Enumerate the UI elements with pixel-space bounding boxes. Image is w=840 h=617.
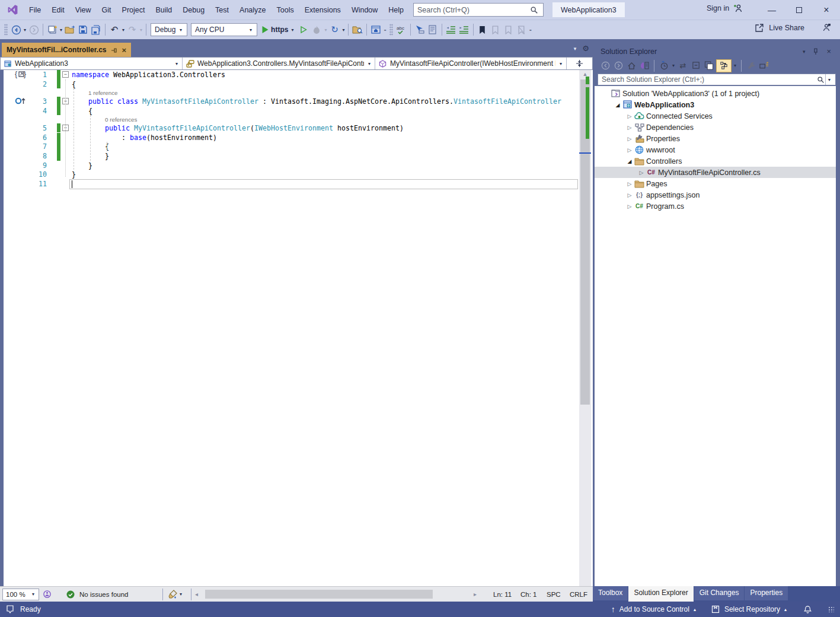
expand-arrow-icon[interactable]: ▷ <box>626 136 633 142</box>
show-all-files-button[interactable] <box>703 59 715 72</box>
sync-with-active-document-button[interactable]: ⇄ <box>677 59 689 72</box>
solution-explorer-header[interactable]: Solution Explorer ▾ × <box>595 45 836 58</box>
restart-dropdown[interactable]: ▾ <box>341 27 346 33</box>
fold-collapse-box[interactable]: − <box>62 71 69 78</box>
find-in-files-button[interactable] <box>351 23 364 37</box>
hscroll-left-icon[interactable]: ◂ <box>195 589 198 599</box>
se-home-button[interactable] <box>625 59 637 72</box>
open-file-button[interactable] <box>63 23 76 37</box>
active-files-dropdown-icon[interactable]: ▾ <box>574 46 577 52</box>
menu-window[interactable]: Window <box>346 4 383 16</box>
tree-item-webapplication3[interactable]: ◢WebApplication3 <box>595 99 836 110</box>
menu-debug[interactable]: Debug <box>177 4 210 16</box>
redo-button[interactable]: ↷ <box>126 23 139 37</box>
undo-dropdown[interactable]: ▾ <box>121 27 126 33</box>
se-forward-button[interactable] <box>612 59 624 72</box>
collapse-arrow-icon[interactable]: ◢ <box>614 102 621 108</box>
toggle-bookmark-button[interactable] <box>476 23 489 37</box>
properties-button[interactable] <box>745 59 757 72</box>
menu-tools[interactable]: Tools <box>272 4 299 16</box>
tree-item-program-cs[interactable]: ▷C#Program.cs <box>595 201 836 212</box>
next-bookmark-button[interactable] <box>502 23 515 37</box>
tree-item-dependencies[interactable]: ▷Dependencies <box>595 122 836 133</box>
expand-arrow-icon[interactable]: ▷ <box>626 125 633 131</box>
start-debugging-button[interactable]: https ▾ <box>259 26 297 34</box>
add-to-source-control-button[interactable]: ↑ Add to Source Control ▴ <box>611 605 696 614</box>
solution-name-badge[interactable]: WebApplication3 <box>552 2 625 17</box>
line-ending-indicator[interactable]: CRLF <box>570 587 587 602</box>
navbar-member-combo[interactable]: MyVintasoftFileApiController(IWebHostEnv… <box>375 58 567 69</box>
background-tasks-icon[interactable] <box>5 604 15 615</box>
solution-configuration-combo[interactable]: Debug▾ <box>151 23 187 36</box>
menu-git[interactable]: Git <box>97 4 117 16</box>
pending-changes-filter-button[interactable] <box>658 59 670 72</box>
tree-item-connected-services[interactable]: ▷Connected Services <box>595 110 836 122</box>
tree-item-controllers[interactable]: ◢Controllers <box>595 155 836 167</box>
tree-item-pages[interactable]: ▷Pages <box>595 178 836 189</box>
spell-checker-button[interactable]: abc <box>395 23 408 37</box>
tree-item-properties[interactable]: ▷Properties <box>595 133 836 144</box>
menu-view[interactable]: View <box>70 4 97 16</box>
redo-dropdown[interactable]: ▾ <box>139 27 143 33</box>
solution-platform-combo[interactable]: Any CPU▾ <box>191 23 257 36</box>
increase-indent-button[interactable] <box>458 23 471 37</box>
split-editor-button[interactable] <box>567 58 592 69</box>
menu-build[interactable]: Build <box>150 4 177 16</box>
menu-test[interactable]: Test <box>210 4 234 16</box>
tree-item-wwwroot[interactable]: ▷wwwroot <box>595 144 836 155</box>
navbar-type-combo[interactable]: WebApplication3.Controllers.MyVintasoftF… <box>183 58 375 69</box>
clear-bookmarks-button[interactable] <box>515 23 528 37</box>
select-repository-button[interactable]: Select Repository ▴ <box>711 604 787 615</box>
se-search-dropdown[interactable]: ▾ <box>825 74 832 85</box>
issues-status[interactable]: No issues found <box>79 591 128 598</box>
minimize-button[interactable]: — <box>758 0 785 20</box>
vertical-scrollbar[interactable]: ▲ ▼ <box>579 70 591 617</box>
code-cleanup-icon[interactable] <box>167 589 178 600</box>
zoom-combo[interactable]: 100 %▾ <box>2 589 39 600</box>
auto-hide-pin-icon[interactable] <box>812 46 819 57</box>
close-tab-icon[interactable]: × <box>122 46 126 55</box>
close-button[interactable]: × <box>813 0 840 20</box>
feedback-icon[interactable] <box>821 23 832 33</box>
tool-tab-properties[interactable]: Properties <box>745 586 788 600</box>
close-panel-icon[interactable]: × <box>826 47 831 56</box>
maximize-button[interactable] <box>785 0 813 20</box>
tree-item-solution-webapplication3-1-of-1-project-[interactable]: Solution 'WebApplication3' (1 of 1 proje… <box>595 88 836 99</box>
resize-grip[interactable] <box>828 606 834 612</box>
search-input[interactable]: Search (Ctrl+Q) <box>413 3 544 17</box>
scroll-up-icon[interactable]: ▲ <box>579 70 591 79</box>
line-indicator[interactable]: Ln: 11 <box>493 587 512 602</box>
horizontal-scrollbar-thumb[interactable] <box>205 590 433 599</box>
navigate-forward-button[interactable] <box>27 23 40 37</box>
expand-arrow-icon[interactable]: ▷ <box>626 192 633 198</box>
solution-explorer-shortcut-button[interactable] <box>369 23 382 37</box>
expand-arrow-icon[interactable]: ▷ <box>626 203 633 209</box>
preview-selected-items-button[interactable] <box>758 59 770 72</box>
column-indicator[interactable]: Ch: 1 <box>520 587 537 602</box>
codelens-references[interactable]: 1 reference <box>88 90 118 96</box>
navigate-cursor-button[interactable] <box>413 23 426 37</box>
document-tab[interactable]: MyVintasoftFil...iController.cs × <box>2 43 131 57</box>
window-position-dropdown-icon[interactable]: ▾ <box>803 49 806 55</box>
menu-analyze[interactable]: Analyze <box>234 4 271 16</box>
live-share-button[interactable]: Live Share <box>754 23 804 33</box>
new-project-dropdown[interactable]: ▾ <box>59 27 63 33</box>
pin-icon[interactable] <box>110 44 117 55</box>
track-active-item-toggle[interactable] <box>716 59 732 72</box>
presence-icon[interactable] <box>41 589 52 600</box>
tree-item-appsettings-json[interactable]: ▷{;}appsettings.json <box>595 189 836 201</box>
collapse-all-button[interactable] <box>690 59 702 72</box>
sign-in-button[interactable]: Sign in <box>707 3 743 14</box>
space-mode-indicator[interactable]: SPC <box>547 587 561 602</box>
previous-bookmark-button[interactable] <box>489 23 502 37</box>
decrease-indent-button[interactable] <box>445 23 458 37</box>
filter-dropdown[interactable]: ▾ <box>671 63 676 68</box>
undo-button[interactable]: ↶ <box>108 23 121 37</box>
tool-tab-toolbox[interactable]: Toolbox <box>593 586 628 600</box>
navbar-project-combo[interactable]: WebApplication3 ▾ <box>1 58 183 69</box>
switch-views-button[interactable] <box>638 59 650 72</box>
menu-project[interactable]: Project <box>117 4 151 16</box>
menu-file[interactable]: File <box>24 4 46 16</box>
expand-arrow-icon[interactable]: ▷ <box>638 170 645 176</box>
document-outline-button[interactable] <box>426 23 439 37</box>
